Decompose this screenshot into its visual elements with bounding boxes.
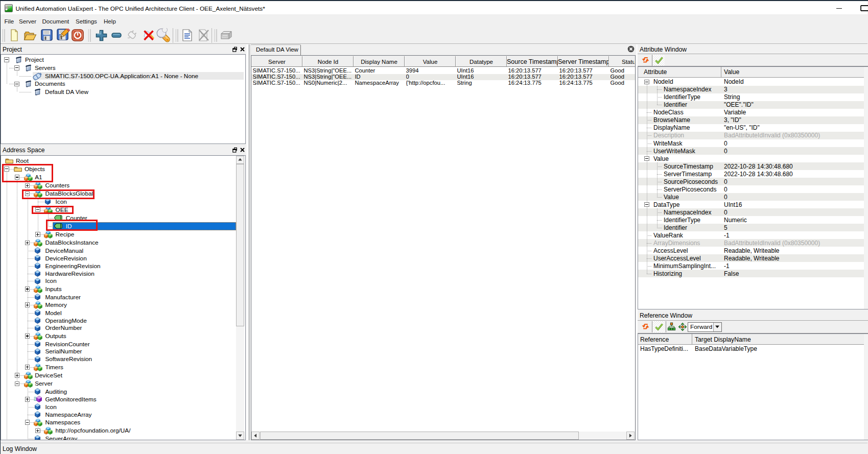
svg-text:UA: UA bbox=[8, 5, 13, 9]
svg-text:expert: expert bbox=[6, 9, 12, 12]
